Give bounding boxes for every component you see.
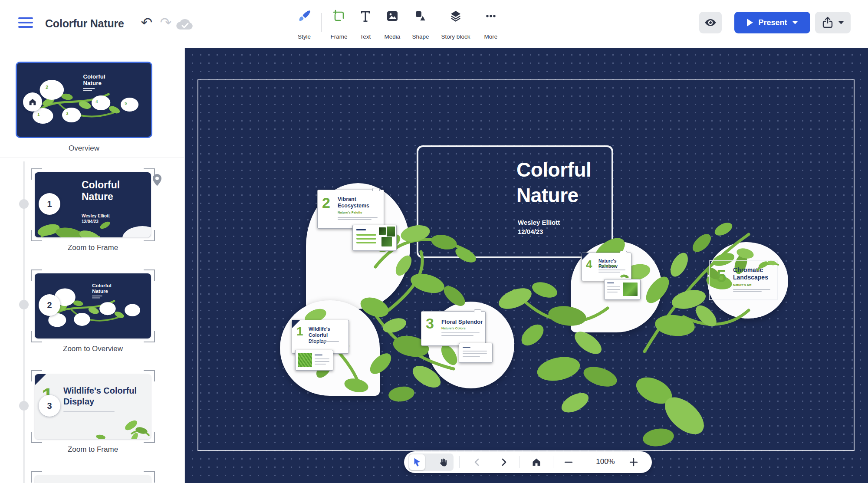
frame-border-5[interactable] [709, 260, 778, 300]
svg-text:Colorful: Colorful [92, 283, 111, 288]
more-icon [484, 10, 497, 23]
canvas-main-title[interactable]: Colorful Nature [516, 157, 591, 208]
next-step-button[interactable] [496, 455, 511, 470]
timeline-dot [19, 199, 29, 209]
frame-number: 2 [322, 195, 330, 210]
document-title[interactable]: Colorfur Nature [45, 17, 124, 30]
map-pin-icon [152, 174, 162, 187]
text-placeholder-line [315, 355, 322, 355]
frame-subtitle: Diverse Hues [598, 264, 616, 267]
svg-text:Colorful: Colorful [83, 73, 105, 80]
minus-icon [564, 457, 573, 467]
frame-number: 4 [586, 259, 592, 270]
frame-title: Floral Splendor [441, 319, 483, 325]
tool-label: Text [360, 33, 371, 40]
text-placeholder-line [463, 356, 480, 357]
presentation-canvas[interactable]: Colorful Nature Wesley Elliott 12/04/23 [184, 48, 868, 483]
redo-icon[interactable]: ↷ [157, 13, 174, 32]
pan-tool-button[interactable] [435, 454, 451, 470]
subframe-card-4[interactable] [604, 279, 641, 300]
play-icon [747, 19, 753, 26]
photo-thumbnail [379, 227, 386, 235]
plus-icon [629, 457, 638, 467]
toolbar-divider [459, 456, 460, 468]
tool-style[interactable]: Style [286, 10, 322, 40]
text-placeholder-line [441, 332, 480, 333]
tool-label: Style [298, 33, 311, 40]
sidebar-item-label: Zoom to Frame [35, 445, 151, 454]
zoom-in-button[interactable] [626, 455, 641, 470]
frame-subtitle: Nature's Palette [338, 210, 362, 214]
frame-icon [332, 10, 345, 23]
preview-button[interactable] [699, 12, 722, 33]
text-placeholder-line [309, 341, 339, 342]
autosave-cloud-icon [175, 16, 194, 32]
svg-text:5: 5 [125, 101, 127, 105]
sidebar-item-slide-4[interactable] [35, 475, 151, 483]
text-placeholder-line [315, 364, 326, 365]
media-icon [386, 10, 399, 23]
frame-card-1[interactable]: 1 Wildlife's Colorful Display [292, 320, 349, 354]
sidebar-divider [0, 158, 184, 158]
chevron-down-icon [792, 21, 798, 24]
story-block-icon [449, 10, 462, 23]
style-brush-icon [298, 10, 311, 23]
menu-icon[interactable] [18, 17, 33, 30]
frame-card-3[interactable]: 3 Floral Splendor Nature's Colors [421, 311, 486, 346]
slide-number-badge: 3 [39, 395, 60, 417]
text-placeholder-line [315, 361, 329, 362]
slide-number-badge: 1 [39, 193, 60, 215]
home-badge [23, 92, 42, 112]
svg-text:3: 3 [66, 112, 68, 116]
sidebar-item-slide-3[interactable]: 1 Wildlife's Colorful Display 3 [35, 374, 151, 439]
canvas-byline[interactable]: Wesley Elliott 12/04/23 [518, 218, 560, 236]
chevron-down-icon [838, 21, 844, 24]
hand-icon [438, 457, 448, 467]
tool-shape[interactable]: Shape [402, 10, 439, 40]
present-button[interactable]: Present [734, 12, 810, 33]
frame-card-4[interactable]: 4 Nature's Rainbow Diverse Hues [582, 253, 631, 281]
text-placeholder-line [598, 272, 620, 273]
home-button[interactable] [529, 455, 544, 470]
toolbar-divider [553, 456, 553, 468]
slides-sidebar: 2 1 3 4 5 Colorful Nature Overview Color… [0, 48, 185, 483]
tool-more[interactable]: More [473, 10, 509, 40]
tool-story-block[interactable]: Story block [435, 10, 476, 40]
subframe-card-1[interactable] [295, 350, 333, 371]
share-button[interactable] [815, 12, 851, 33]
text-placeholder-line [607, 283, 614, 283]
text-placeholder-line [356, 229, 366, 230]
sidebar-item-label: Zoom to Overview [35, 345, 151, 353]
text-placeholder-line [607, 286, 620, 287]
toolbar-divider [519, 456, 520, 468]
text-placeholder-line [315, 358, 329, 359]
text-placeholder-line [607, 292, 618, 292]
photo-thumbnail [387, 227, 395, 237]
text-placeholder-line [463, 351, 487, 352]
sidebar-item-overview[interactable]: 2 1 3 4 5 Colorful Nature [16, 62, 152, 138]
sidebar-item-slide-1[interactable]: Colorful Nature Wesley Elliott 12/04/23 … [35, 172, 151, 237]
home-icon [28, 97, 37, 107]
sidebar-item-slide-2[interactable]: Colorful Nature 2 [35, 273, 151, 338]
text-placeholder-line [356, 242, 376, 243]
select-tool-button[interactable] [409, 454, 425, 470]
undo-icon[interactable]: ↶ [138, 13, 155, 32]
pointer-tool-toggle [408, 453, 454, 471]
tool-label: Media [385, 33, 401, 40]
subframe-card-2[interactable] [352, 225, 397, 251]
tool-label: More [484, 33, 498, 40]
text-icon [359, 10, 372, 23]
frame-card-2[interactable]: 2 Vibrant Ecosystems Nature's Palette [317, 190, 384, 229]
subframe-card-3[interactable] [459, 343, 493, 363]
prev-step-button[interactable] [470, 455, 484, 470]
tool-label: Shape [412, 33, 429, 40]
eye-icon [704, 16, 717, 29]
path-timeline [23, 161, 25, 483]
timeline-dot [19, 300, 29, 309]
chevron-left-icon [473, 458, 481, 467]
text-placeholder-line [463, 347, 470, 348]
zoom-out-button[interactable] [561, 455, 576, 470]
text-placeholder-line [356, 238, 376, 240]
text-placeholder-line [598, 269, 625, 270]
chevron-right-icon [500, 458, 508, 467]
